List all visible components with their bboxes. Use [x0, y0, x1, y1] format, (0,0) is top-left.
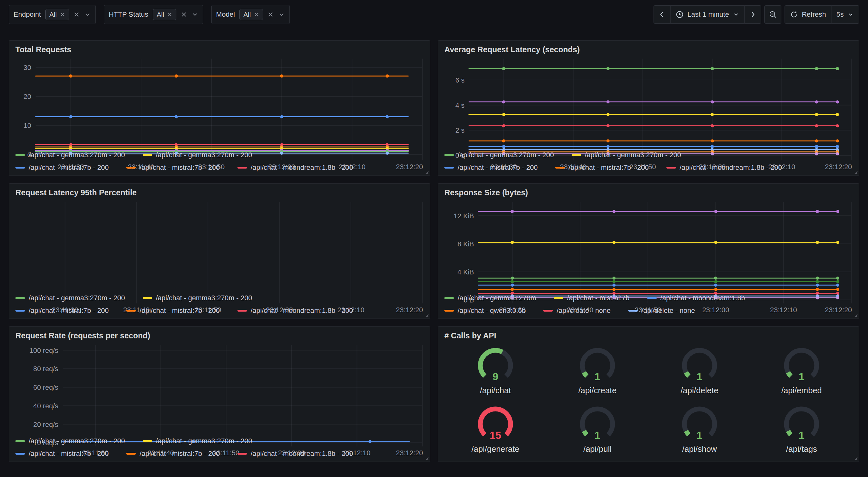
gauge--api-delete: 1/api/delete — [671, 346, 728, 395]
legend-swatch — [444, 167, 454, 169]
chip-close-icon[interactable] — [60, 12, 65, 17]
legend-label: /api/chat - qwen3:0.6b — [458, 306, 526, 315]
svg-text:8 KiB: 8 KiB — [457, 240, 474, 248]
chevron-down-icon[interactable] — [191, 11, 198, 18]
panel-resize-handle[interactable] — [424, 313, 429, 317]
time-shift-back-button[interactable] — [653, 5, 671, 24]
panel-resize-handle[interactable] — [853, 170, 858, 174]
legend-item[interactable]: /api/chat - mistral:7b — [554, 294, 629, 302]
legend-item[interactable]: /api/chat - moondream:1.8b — [647, 294, 745, 302]
legend-item[interactable]: /api/chat - gemma3:270m - 200 — [16, 437, 125, 445]
gauge--api-generate: 15/api/generate — [467, 405, 524, 454]
time-range-picker[interactable]: Last 1 minute — [670, 5, 745, 24]
legend-item[interactable]: /api/chat - mistral:7b - 200 — [126, 450, 219, 458]
gauge-value: 1 — [697, 429, 702, 441]
legend-row: /api/chat - gemma3:270m - 200/api/chat -… — [16, 294, 424, 302]
legend-item[interactable]: /api/chat - mistral:7b - 200 — [16, 450, 108, 458]
legend-item[interactable]: /api/chat - mistral:7b - 200 — [126, 306, 219, 315]
panel-resize-handle[interactable] — [424, 456, 429, 460]
legend-item[interactable]: /api/create - none — [543, 306, 610, 315]
legend-item[interactable]: /api/chat - mistral:7b - 200 — [126, 163, 219, 172]
filter-clear-icon[interactable] — [73, 11, 80, 18]
gauge--api-show: 1/api/show — [671, 405, 728, 454]
filter-clear-icon[interactable] — [181, 11, 187, 18]
filter-label: HTTP Status — [108, 10, 148, 19]
filter-value-chip[interactable]: All — [239, 9, 263, 20]
average-latency-plot[interactable]: 0 s2 s4 s6 s23:11:3023:11:4023:11:5023:1… — [444, 55, 852, 147]
svg-text:4 KiB: 4 KiB — [457, 268, 474, 276]
total-requests-plot[interactable]: 010203023:11:3023:11:4023:11:5023:12:002… — [16, 55, 424, 147]
svg-text:20: 20 — [24, 93, 31, 100]
latency-95th-plot[interactable]: 23:11:3023:11:4023:11:5023:12:0023:12:10… — [16, 199, 424, 290]
legend-item[interactable]: /api/chat - gemma3:270m - 200 — [16, 294, 125, 302]
legend-label: /api/chat - gemma3:270m - 200 — [29, 151, 125, 159]
legend-item[interactable]: /api/chat - gemma3:270m - 200 — [16, 151, 125, 159]
legend-item[interactable]: /api/chat - gemma3:270m - 200 — [143, 294, 252, 302]
panel-resize-handle[interactable] — [853, 313, 858, 317]
chip-close-icon[interactable] — [167, 12, 172, 17]
zoom-out-icon — [769, 10, 777, 19]
response-size-plot[interactable]: 0 B4 KiB8 KiB12 KiB23:11:3023:11:4023:11… — [444, 199, 852, 290]
refresh-button[interactable]: Refresh — [784, 5, 832, 24]
legend-item[interactable]: /api/chat - mistral:7b - 200 — [444, 163, 538, 172]
legend-swatch — [143, 440, 152, 442]
legend-item[interactable]: /api/chat - gemma3:270m - 200 — [571, 151, 681, 159]
refresh-interval-dropdown[interactable]: 5s — [831, 5, 859, 24]
zoom-out-button[interactable] — [764, 5, 781, 24]
chevron-down-icon[interactable] — [84, 11, 91, 18]
legend-row: /api/chat - gemma3:270m/api/chat - mistr… — [444, 294, 852, 302]
request-rate-legend: /api/chat - gemma3:270m - 200/api/chat -… — [16, 433, 424, 458]
legend-item[interactable]: /api/chat - moondream:1.8b - 200 — [238, 163, 353, 172]
legend-label: /api/chat - moondream:1.8b - 200 — [680, 163, 782, 172]
request-rate-plot[interactable]: 0 req/s20 req/s40 req/s60 req/s80 req/s1… — [16, 341, 424, 433]
legend-label: /api/chat - mistral:7b - 200 — [140, 450, 219, 458]
legend-item[interactable]: /api/chat - qwen3:0.6b — [444, 306, 526, 315]
legend-swatch — [16, 453, 25, 455]
gauge-arc: 9 — [467, 346, 524, 386]
panel-title[interactable]: Total Requests — [16, 45, 424, 54]
legend-item[interactable]: /api/chat - gemma3:270m - 200 — [143, 437, 252, 445]
legend-item[interactable]: /api/chat - gemma3:270m — [444, 294, 536, 302]
filter-model[interactable]: Model All — [211, 5, 290, 24]
legend-label: /api/chat - mistral:7b - 200 — [29, 450, 108, 458]
chip-close-icon[interactable] — [254, 12, 259, 17]
panel-resize-handle[interactable] — [424, 170, 429, 174]
panel-title[interactable]: Request Latency 95th Percentile — [16, 188, 424, 197]
legend-row: /api/chat - mistral:7b - 200/api/chat - … — [16, 306, 424, 315]
gauge-label: /api/tags — [786, 444, 817, 454]
panel-response-size: Response Size (bytes) 0 B4 KiB8 KiB12 Ki… — [438, 183, 859, 319]
panel-title[interactable]: Average Request Latency (seconds) — [444, 45, 852, 54]
legend-item[interactable]: /api/delete - none — [628, 306, 695, 315]
panel-latency-95th: Request Latency 95th Percentile 23:11:30… — [9, 183, 430, 319]
filter-clear-icon[interactable] — [268, 11, 274, 18]
legend-item[interactable]: /api/chat - gemma3:270m - 200 — [444, 151, 554, 159]
filter-value-chip[interactable]: All — [45, 9, 69, 20]
legend-label: /api/delete - none — [642, 306, 695, 315]
filter-http-status[interactable]: HTTP Status All — [104, 5, 203, 24]
gauge-value: 1 — [595, 371, 600, 383]
panel-resize-handle[interactable] — [853, 456, 858, 460]
gauge-label: /api/chat — [480, 386, 511, 395]
legend-item[interactable]: /api/chat - mistral:7b - 200 — [16, 163, 108, 172]
refresh-controls: Refresh 5s — [784, 5, 859, 24]
filter-endpoint[interactable]: Endpoint All — [9, 5, 96, 24]
legend-item[interactable]: /api/chat - mistral:7b - 200 — [555, 163, 649, 172]
legend-label: /api/chat - gemma3:270m — [458, 294, 536, 302]
legend-item[interactable]: /api/chat - gemma3:270m - 200 — [143, 151, 252, 159]
filter-value-chip[interactable]: All — [153, 9, 176, 20]
legend-label: /api/chat - gemma3:270m - 200 — [29, 294, 125, 302]
legend-swatch — [543, 310, 553, 311]
average-latency-legend: /api/chat - gemma3:270m - 200/api/chat -… — [444, 147, 852, 172]
legend-item[interactable]: /api/chat - moondream:1.8b - 200 — [238, 306, 353, 315]
legend-item[interactable]: /api/chat - moondream:1.8b - 200 — [666, 163, 782, 172]
legend-swatch — [16, 167, 25, 169]
time-shift-forward-button[interactable] — [744, 5, 761, 24]
panel-title[interactable]: Request Rate (requests per second) — [16, 331, 424, 340]
legend-item[interactable]: /api/chat - mistral:7b - 200 — [16, 306, 108, 315]
panel-title[interactable]: Response Size (bytes) — [444, 188, 852, 197]
legend-row: /api/chat - mistral:7b - 200/api/chat - … — [16, 163, 424, 172]
legend-item[interactable]: /api/chat - moondream:1.8b - 200 — [238, 450, 353, 458]
chevron-down-icon[interactable] — [278, 11, 285, 18]
gauge-arc: 1 — [569, 405, 626, 444]
panel-title[interactable]: # Calls by API — [444, 331, 852, 340]
